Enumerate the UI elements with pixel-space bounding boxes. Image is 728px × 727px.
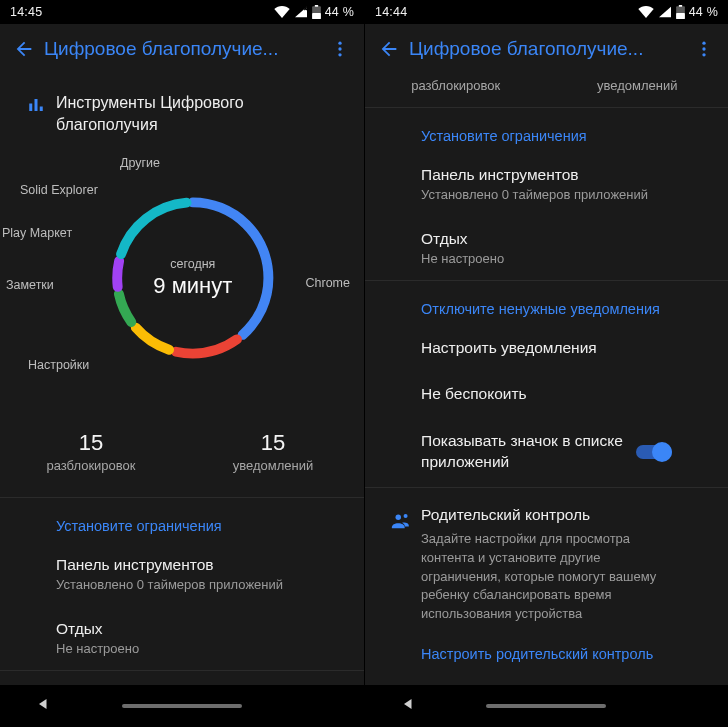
status-bar: 14:44 44 % bbox=[365, 0, 728, 24]
item-dashboard[interactable]: Панель инструментов Установлено 0 таймер… bbox=[365, 152, 728, 216]
svg-point-21 bbox=[396, 514, 402, 520]
nav-back-button[interactable] bbox=[34, 694, 54, 718]
svg-rect-16 bbox=[676, 13, 685, 19]
chart-label-settings: Настройки bbox=[28, 358, 89, 372]
signal-icon bbox=[294, 6, 308, 18]
svg-point-5 bbox=[338, 53, 341, 56]
wifi-icon bbox=[274, 6, 290, 18]
chart-label-play: Play Маркет bbox=[2, 226, 72, 240]
chart-label-chrome: Chrome bbox=[306, 276, 350, 290]
status-icons: 44 % bbox=[274, 5, 354, 19]
donut-center: сегодня 9 минут bbox=[103, 188, 283, 368]
overflow-menu-button[interactable] bbox=[320, 29, 360, 69]
stat-unlocks-label: разблокировок bbox=[0, 458, 182, 473]
item-dashboard-sub: Установлено 0 таймеров приложений bbox=[56, 577, 308, 592]
item-do-not-disturb[interactable]: Не беспокоить bbox=[365, 371, 728, 417]
svg-rect-2 bbox=[314, 5, 318, 7]
bar-chart-icon bbox=[16, 92, 56, 114]
page-title: Цифровое благополучие... bbox=[44, 38, 320, 60]
svg-rect-8 bbox=[40, 107, 43, 112]
status-icons: 44 % bbox=[638, 5, 718, 19]
svg-rect-6 bbox=[29, 104, 32, 112]
item-dashboard-sub: Установлено 0 таймеров приложений bbox=[421, 187, 672, 202]
donut-period: сегодня bbox=[170, 257, 215, 271]
back-button[interactable] bbox=[4, 29, 44, 69]
stat-unlocks[interactable]: 15 разблокировок bbox=[0, 430, 182, 473]
donut-value: 9 минут bbox=[153, 273, 232, 299]
stats-row: 15 разблокировок 15 уведомлений bbox=[0, 408, 364, 497]
usage-donut-chart[interactable]: сегодня 9 минут Chrome Настройки Заметки… bbox=[0, 148, 364, 408]
stats-captions: разблокировок уведомлений bbox=[365, 74, 728, 107]
content-area[interactable]: разблокировок уведомлений Установите огр… bbox=[365, 74, 728, 685]
item-winddown-title: Отдых bbox=[56, 620, 308, 638]
section-disable-notif: Отключите ненужные уведомления bbox=[365, 281, 728, 325]
stat-unlocks-value: 15 bbox=[0, 430, 182, 456]
svg-point-18 bbox=[702, 42, 705, 45]
nav-home-pill[interactable] bbox=[122, 704, 242, 708]
item-winddown-sub: Не настроено bbox=[421, 251, 672, 266]
status-time: 14:45 bbox=[10, 5, 42, 19]
app-bar: Цифровое благополучие... bbox=[365, 24, 728, 74]
status-time: 14:44 bbox=[375, 5, 407, 19]
svg-rect-7 bbox=[35, 99, 38, 111]
cap-notif: уведомлений bbox=[547, 78, 729, 93]
svg-point-19 bbox=[702, 47, 705, 50]
battery-icon bbox=[312, 5, 321, 19]
battery-icon bbox=[676, 5, 685, 19]
signal-icon bbox=[658, 6, 672, 18]
item-dashboard[interactable]: Панель инструментов Установлено 0 таймер… bbox=[0, 542, 364, 606]
svg-rect-17 bbox=[678, 5, 682, 7]
item-show-icon-toggle[interactable]: Показывать значок в списке приложений bbox=[365, 417, 728, 487]
family-icon bbox=[381, 506, 421, 624]
item-parental-control: Родительский контроль Задайте настройки … bbox=[365, 488, 728, 630]
parental-desc: Задайте настройки для просмотра контента… bbox=[421, 530, 672, 624]
item-dashboard-title: Панель инструментов bbox=[421, 166, 672, 184]
svg-point-20 bbox=[702, 53, 705, 56]
item-show-icon-label: Показывать значок в списке приложений bbox=[421, 431, 636, 473]
page-title: Цифровое благополучие... bbox=[409, 38, 684, 60]
nav-bar bbox=[0, 685, 364, 727]
tools-header-title: Инструменты Цифрового благополучия bbox=[56, 92, 348, 136]
svg-point-22 bbox=[404, 514, 408, 518]
stat-notifications-value: 15 bbox=[182, 430, 364, 456]
item-winddown-sub: Не настроено bbox=[56, 641, 308, 656]
status-bar: 14:45 44 % bbox=[0, 0, 364, 24]
nav-back-button[interactable] bbox=[399, 694, 419, 718]
svg-point-3 bbox=[338, 42, 341, 45]
back-button[interactable] bbox=[369, 29, 409, 69]
item-dashboard-title: Панель инструментов bbox=[56, 556, 308, 574]
section-set-limits: Установите ограничения bbox=[0, 498, 364, 542]
item-manage-notifications-title: Настроить уведомления bbox=[421, 339, 672, 357]
chart-label-notes: Заметки bbox=[6, 278, 54, 292]
item-dnd-title: Не беспокоить bbox=[421, 385, 672, 403]
app-bar: Цифровое благополучие... bbox=[0, 24, 364, 74]
parental-setup-link[interactable]: Настроить родительский контроль bbox=[365, 630, 728, 682]
tools-header: Инструменты Цифрового благополучия bbox=[0, 74, 364, 148]
stat-notifications[interactable]: 15 уведомлений bbox=[182, 430, 364, 473]
status-battery: 44 % bbox=[325, 5, 354, 19]
chart-label-others: Другие bbox=[120, 156, 160, 170]
section-disable-notif: Отключите ненужные уведомления bbox=[0, 671, 364, 685]
nav-home-pill[interactable] bbox=[486, 704, 606, 708]
chart-label-solid: Solid Explorer bbox=[20, 183, 98, 197]
wifi-icon bbox=[638, 6, 654, 18]
overflow-menu-button[interactable] bbox=[684, 29, 724, 69]
content-area[interactable]: Инструменты Цифрового благополучия сегод… bbox=[0, 74, 364, 685]
item-winddown[interactable]: Отдых Не настроено bbox=[365, 216, 728, 280]
svg-rect-1 bbox=[312, 13, 321, 19]
item-winddown[interactable]: Отдых Не настроено bbox=[0, 606, 364, 670]
parental-title: Родительский контроль bbox=[421, 506, 672, 524]
stat-notifications-label: уведомлений bbox=[182, 458, 364, 473]
nav-bar bbox=[365, 685, 728, 727]
cap-unlocks: разблокировок bbox=[365, 78, 547, 93]
switch-show-icon-on[interactable] bbox=[636, 442, 672, 462]
section-set-limits: Установите ограничения bbox=[365, 108, 728, 152]
item-manage-notifications[interactable]: Настроить уведомления bbox=[365, 325, 728, 371]
svg-point-4 bbox=[338, 47, 341, 50]
screen-right: 14:44 44 % Цифровое благополучие... разб… bbox=[364, 0, 728, 727]
screen-left: 14:45 44 % Цифровое благополучие... bbox=[0, 0, 364, 727]
status-battery: 44 % bbox=[689, 5, 718, 19]
item-winddown-title: Отдых bbox=[421, 230, 672, 248]
